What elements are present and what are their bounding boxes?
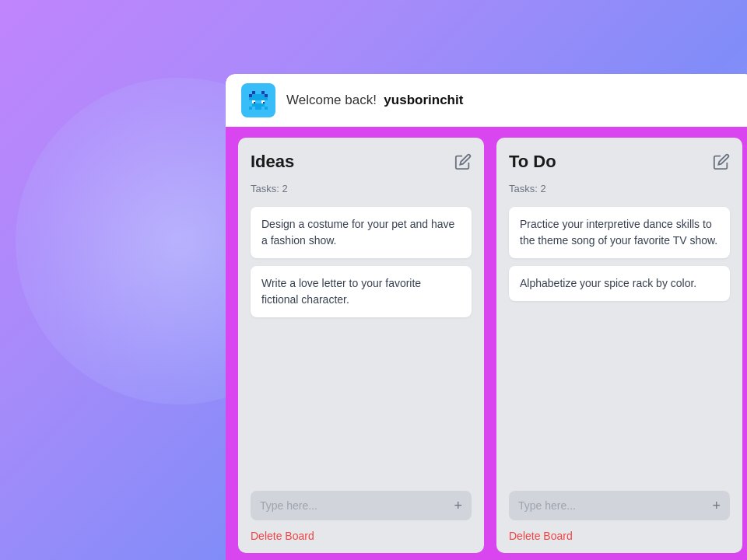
add-task-input-ideas[interactable] (260, 499, 447, 512)
app-logo (241, 83, 275, 117)
spacer (509, 309, 730, 483)
svg-rect-3 (261, 91, 265, 94)
svg-rect-4 (252, 94, 265, 97)
svg-rect-10 (252, 103, 265, 107)
svg-rect-2 (252, 91, 255, 94)
app-header: Welcome back! yusborinchit (226, 74, 747, 127)
svg-rect-13 (255, 107, 261, 110)
spacer (251, 325, 472, 483)
board-todo-header: To Do (509, 152, 730, 172)
boards-container: Ideas Tasks: 2 Design a costume for your… (226, 127, 747, 560)
svg-rect-0 (249, 94, 252, 97)
svg-rect-11 (249, 107, 252, 110)
task-text: Design a costume for your pet and have a… (261, 218, 454, 247)
board-ideas-task-count: Tasks: 2 (251, 183, 472, 194)
task-card: Practice your interpretive dance skills … (509, 207, 730, 258)
logo-icon (246, 88, 271, 113)
board-ideas-header: Ideas (251, 152, 472, 172)
board-todo-task-count: Tasks: 2 (509, 183, 730, 194)
board-ideas-edit-icon[interactable] (454, 153, 472, 170)
welcome-message: Welcome back! yusborinchit (286, 93, 463, 108)
svg-rect-1 (265, 94, 268, 97)
task-text: Alphabetize your spice rack by color. (520, 277, 696, 289)
task-card: Alphabetize your spice rack by color. (509, 266, 730, 301)
svg-rect-12 (265, 107, 268, 110)
delete-board-todo[interactable]: Delete Board (509, 530, 730, 542)
board-todo: To Do Tasks: 2 Practice your interpretiv… (496, 138, 742, 553)
username: yusborinchit (384, 93, 463, 107)
board-todo-edit-icon[interactable] (713, 153, 730, 170)
task-card: Write a love letter to your favorite fic… (251, 266, 472, 317)
board-ideas: Ideas Tasks: 2 Design a costume for your… (238, 138, 484, 553)
delete-board-ideas[interactable]: Delete Board (251, 530, 472, 542)
svg-rect-9 (263, 102, 265, 103)
task-card: Design a costume for your pet and have a… (251, 207, 472, 258)
svg-rect-8 (254, 102, 255, 103)
svg-rect-5 (249, 97, 268, 100)
app-window: Welcome back! yusborinchit Ideas Tasks: … (226, 74, 747, 560)
add-task-input-todo[interactable] (518, 499, 706, 512)
add-task-row-todo: + (509, 491, 730, 520)
add-task-button-todo[interactable]: + (712, 499, 721, 513)
board-todo-title: To Do (509, 152, 556, 172)
add-task-button-ideas[interactable]: + (454, 499, 462, 513)
task-text: Practice your interpretive dance skills … (520, 218, 717, 247)
board-ideas-title: Ideas (251, 152, 294, 172)
task-text: Write a love letter to your favorite fic… (261, 277, 421, 306)
add-task-row-ideas: + (251, 491, 472, 520)
